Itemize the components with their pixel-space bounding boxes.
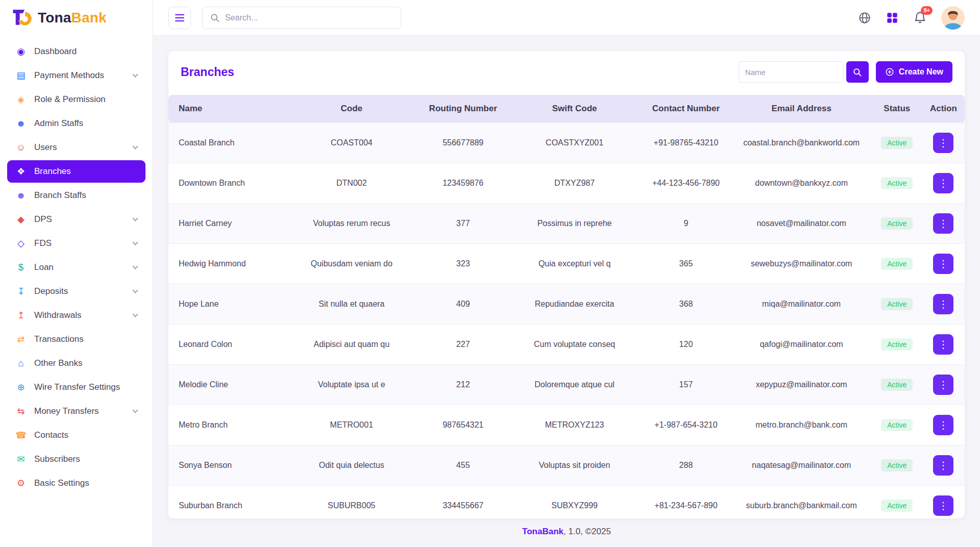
notifications-button[interactable]: 9+ xyxy=(913,11,927,24)
code-cell: SUBURB005 xyxy=(288,486,415,519)
brand-logo-icon xyxy=(11,6,33,30)
deposits-icon: ↧ xyxy=(15,287,27,296)
email-cell: naqatesag@mailinator.com xyxy=(734,445,869,486)
filter-search-button[interactable] xyxy=(846,61,869,83)
sidebar-item-dps[interactable]: ◆DPS xyxy=(7,208,145,231)
sidebar-item-branches[interactable]: ❖Branches xyxy=(7,160,145,183)
sidebar-item-label: Users xyxy=(34,142,57,153)
sidebar-item-wire-transfer-settings[interactable]: ⊕Wire Transfer Settings xyxy=(7,376,145,399)
plus-circle-icon xyxy=(885,67,894,77)
wire-transfer-settings-icon: ⊕ xyxy=(15,383,27,392)
name-cell: Hope Lane xyxy=(168,284,288,325)
sidebar-item-branch-staffs[interactable]: ☻Branch Staffs xyxy=(7,184,145,207)
column-header-status: Status xyxy=(869,95,925,123)
row-actions-button[interactable]: ⋮ xyxy=(933,213,953,234)
routing-number-cell: 212 xyxy=(415,365,511,405)
code-cell: Voluptas rerum recus xyxy=(288,204,415,244)
table-row: Melodie ClineVoluptate ipsa ut e212Dolor… xyxy=(168,365,965,405)
table-row: Downtown BranchDTN002123459876DTXYZ987+4… xyxy=(168,163,965,204)
name-filter-input[interactable] xyxy=(739,61,843,83)
language-globe-button[interactable] xyxy=(858,11,871,24)
sidebar-item-role-permission[interactable]: ◈Role & Permission xyxy=(7,88,145,111)
sidebar-item-admin-staffs[interactable]: ☻Admin Staffs xyxy=(7,112,145,135)
row-actions-button[interactable]: ⋮ xyxy=(933,254,953,274)
row-actions-button[interactable]: ⋮ xyxy=(933,133,953,153)
sidebar-item-loan[interactable]: $Loan xyxy=(7,256,145,279)
action-cell: ⋮ xyxy=(925,163,965,204)
sidebar-item-label: Dashboard xyxy=(34,46,77,57)
row-actions-button[interactable]: ⋮ xyxy=(933,334,953,355)
status-badge: Active xyxy=(881,379,913,391)
create-new-button[interactable]: Create New xyxy=(876,61,952,83)
globe-icon xyxy=(858,11,871,24)
sidebar-item-other-banks[interactable]: ⌂Other Banks xyxy=(7,352,145,375)
status-badge: Active xyxy=(881,298,913,310)
status-cell: Active xyxy=(869,365,925,405)
sidebar-item-users[interactable]: ☺Users xyxy=(7,136,145,159)
chevron-down-icon xyxy=(132,239,138,245)
action-cell: ⋮ xyxy=(925,244,965,284)
code-cell: METRO001 xyxy=(288,405,415,445)
sidebar-item-deposits[interactable]: ↧Deposits xyxy=(7,280,145,303)
swift-code-cell: COASTXYZ001 xyxy=(511,123,639,163)
sidebar-item-payment-methods[interactable]: ▤Payment Methods xyxy=(7,64,145,87)
row-actions-button[interactable]: ⋮ xyxy=(933,173,953,193)
chevron-down-icon xyxy=(132,215,138,221)
code-cell: Adipisci aut quam qu xyxy=(288,325,415,365)
chevron-down-icon xyxy=(132,71,138,77)
sidebar-nav: ◉Dashboard▤Payment Methods◈Role & Permis… xyxy=(0,36,153,547)
sidebar-item-withdrawals[interactable]: ↥Withdrawals xyxy=(7,304,145,327)
brand-name-primary: Tona xyxy=(38,10,71,26)
table-row: Leonard ColonAdipisci aut quam qu227Cum … xyxy=(168,325,965,365)
sidebar-item-transactions[interactable]: ⇄Transactions xyxy=(7,328,145,351)
routing-number-cell: 409 xyxy=(415,284,511,325)
name-cell: Suburban Branch xyxy=(168,486,288,519)
chevron-down-icon xyxy=(132,407,138,413)
topbar: 9+ xyxy=(153,0,980,36)
sidebar-item-label: Transactions xyxy=(34,334,84,344)
user-avatar[interactable] xyxy=(941,6,965,30)
users-icon: ☺ xyxy=(15,143,27,152)
contact-number-cell: 365 xyxy=(638,244,733,284)
notification-count-badge: 9+ xyxy=(921,6,933,15)
column-header-name: Name xyxy=(168,95,288,123)
row-actions-button[interactable]: ⋮ xyxy=(933,375,953,395)
status-badge: Active xyxy=(881,217,913,230)
branch-staffs-icon: ☻ xyxy=(15,191,27,200)
brand-logo[interactable]: TonaBank xyxy=(0,0,153,36)
sidebar-item-basic-settings[interactable]: ⚙Basic Settings xyxy=(7,472,145,494)
footer-text: , 1.0, ©2025 xyxy=(564,527,611,536)
sidebar-item-money-transfers[interactable]: ⇆Money Transfers xyxy=(7,400,145,422)
sidebar-item-dashboard[interactable]: ◉Dashboard xyxy=(7,40,145,63)
status-badge: Active xyxy=(881,177,913,189)
menu-toggle-button[interactable] xyxy=(168,7,191,29)
global-search xyxy=(202,7,401,29)
chevron-down-icon xyxy=(132,311,138,317)
status-badge: Active xyxy=(881,338,913,351)
sidebar-item-label: Wire Transfer Settings xyxy=(34,382,120,392)
contact-number-cell: +44-123-456-7890 xyxy=(638,163,733,204)
apps-grid-button[interactable] xyxy=(886,11,899,24)
sidebar: TonaBank ◉Dashboard▤Payment Methods◈Role… xyxy=(0,0,153,547)
search-input[interactable] xyxy=(225,13,394,22)
chevron-down-icon xyxy=(132,143,138,149)
table-header-row: NameCodeRouting NumberSwift CodeContact … xyxy=(168,95,965,123)
row-actions-button[interactable]: ⋮ xyxy=(933,455,953,476)
sidebar-item-subscribers[interactable]: ✉Subscribers xyxy=(7,448,145,470)
status-badge: Active xyxy=(881,258,913,270)
row-actions-button[interactable]: ⋮ xyxy=(933,294,953,314)
brand-name-secondary: Bank xyxy=(71,10,107,26)
row-actions-button[interactable]: ⋮ xyxy=(933,495,953,516)
sidebar-item-label: DPS xyxy=(34,214,52,225)
status-cell: Active xyxy=(869,486,925,519)
column-header-contact-number: Contact Number xyxy=(638,95,733,123)
status-cell: Active xyxy=(869,325,925,365)
row-actions-button[interactable]: ⋮ xyxy=(933,415,953,435)
routing-number-cell: 556677889 xyxy=(415,123,511,163)
sidebar-item-fds[interactable]: ◇FDS xyxy=(7,232,145,255)
sidebar-item-contacts[interactable]: ☎Contacts xyxy=(7,424,145,446)
sidebar-item-label: Role & Permission xyxy=(34,94,106,105)
email-cell: nosavet@mailinator.com xyxy=(734,204,869,244)
fds-icon: ◇ xyxy=(15,239,27,248)
transactions-icon: ⇄ xyxy=(15,335,27,344)
